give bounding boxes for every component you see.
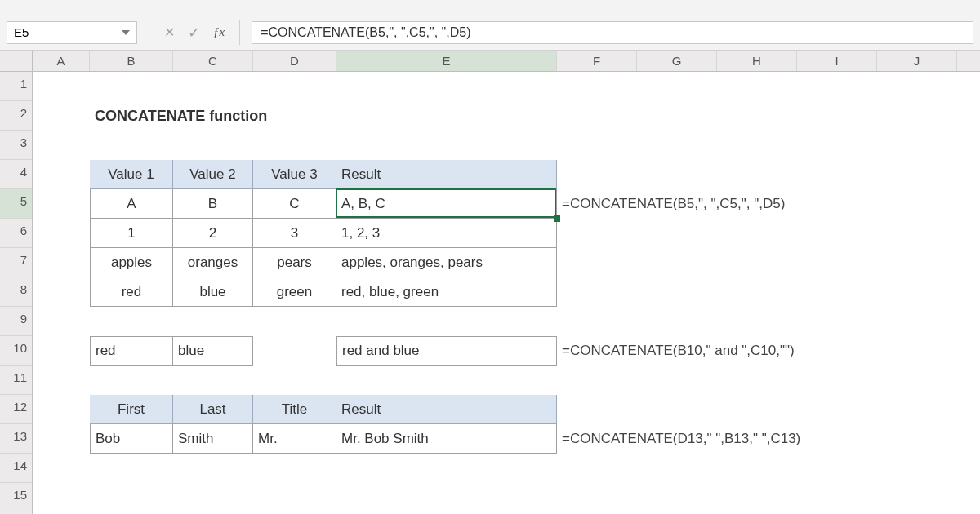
- table1-cell[interactable]: blue: [173, 277, 253, 307]
- cell-grid[interactable]: CONCATENATE functionValue 1Value 2Value …: [33, 72, 980, 514]
- formula-annotation[interactable]: =CONCATENATE(B5,", ",C5,", ",D5): [557, 189, 957, 219]
- table1-cell[interactable]: pears: [253, 248, 336, 277]
- table1-cell[interactable]: C: [253, 189, 336, 219]
- column-header-G[interactable]: G: [637, 51, 717, 71]
- row10-result[interactable]: red and blue: [336, 336, 557, 366]
- formula-annotation[interactable]: =CONCATENATE(D13," ",B13," ",C13): [557, 424, 957, 454]
- table1-cell[interactable]: A: [90, 189, 173, 219]
- table2-header[interactable]: Last: [173, 395, 253, 424]
- row-header-12[interactable]: 12: [0, 395, 32, 424]
- formula-bar: ✕ ✓ ƒx =CONCATENATE(B5,", ",C5,", ",D5): [0, 0, 980, 51]
- name-box-caret-icon[interactable]: [114, 22, 136, 43]
- table1-header[interactable]: Value 2: [173, 160, 253, 189]
- row10-cell[interactable]: red: [90, 336, 173, 366]
- formula-annotation[interactable]: =CONCATENATE(B10," and ",C10,""): [557, 336, 957, 366]
- table1-header[interactable]: Value 3: [253, 160, 336, 189]
- column-header-H[interactable]: H: [717, 51, 797, 71]
- table1-cell[interactable]: 2: [173, 219, 253, 248]
- row-header-8[interactable]: 8: [0, 277, 32, 307]
- table1-cell[interactable]: green: [253, 277, 336, 307]
- table1-header[interactable]: Result: [336, 160, 557, 189]
- table2-cell[interactable]: Bob: [90, 424, 173, 454]
- enter-icon[interactable]: ✓: [188, 24, 200, 42]
- column-header-I[interactable]: I: [797, 51, 877, 71]
- table2-result[interactable]: Mr. Bob Smith: [336, 424, 557, 454]
- row-header-7[interactable]: 7: [0, 248, 32, 277]
- column-header-D[interactable]: D: [253, 51, 336, 71]
- table2-header[interactable]: Title: [253, 395, 336, 424]
- row-header-2[interactable]: 2: [0, 101, 32, 131]
- table2-cell[interactable]: Mr.: [253, 424, 336, 454]
- formula-bar-buttons: ✕ ✓ ƒx: [161, 24, 228, 42]
- fill-handle[interactable]: [554, 215, 560, 222]
- table2-header[interactable]: First: [90, 395, 173, 424]
- row-header-3[interactable]: 3: [0, 131, 32, 160]
- formula-input[interactable]: =CONCATENATE(B5,", ",C5,", ",D5): [252, 21, 973, 44]
- worksheet[interactable]: ABCDEFGHIJ 123456789101112131415 CONCATE…: [0, 51, 980, 514]
- row-headers: 123456789101112131415: [0, 72, 33, 514]
- column-header-A[interactable]: A: [33, 51, 90, 71]
- table1-result[interactable]: A, B, C: [336, 189, 557, 219]
- name-box-input[interactable]: [7, 25, 114, 39]
- column-header-E[interactable]: E: [336, 51, 557, 71]
- row-header-4[interactable]: 4: [0, 160, 32, 189]
- row-header-9[interactable]: 9: [0, 307, 32, 336]
- column-header-B[interactable]: B: [90, 51, 173, 71]
- row-header-11[interactable]: 11: [0, 366, 32, 395]
- column-header-F[interactable]: F: [557, 51, 637, 71]
- divider: [149, 20, 149, 45]
- divider: [239, 20, 240, 45]
- row-header-1[interactable]: 1: [0, 72, 32, 101]
- table1-result[interactable]: 1, 2, 3: [336, 219, 557, 248]
- table2-header[interactable]: Result: [336, 395, 557, 424]
- table1-cell[interactable]: B: [173, 189, 253, 219]
- table2-cell[interactable]: Smith: [173, 424, 253, 454]
- column-headers: ABCDEFGHIJ: [33, 51, 980, 72]
- column-header-J[interactable]: J: [877, 51, 957, 71]
- cancel-icon[interactable]: ✕: [164, 24, 175, 40]
- page-title[interactable]: CONCATENATE function: [90, 101, 557, 131]
- table1-header[interactable]: Value 1: [90, 160, 173, 189]
- table1-cell[interactable]: apples: [90, 248, 173, 277]
- name-box[interactable]: [7, 21, 137, 44]
- row-header-5[interactable]: 5: [0, 189, 32, 219]
- row-header-15[interactable]: 15: [0, 483, 32, 512]
- table1-cell[interactable]: 3: [253, 219, 336, 248]
- table1-cell[interactable]: 1: [90, 219, 173, 248]
- row-header-14[interactable]: 14: [0, 454, 32, 483]
- row10-cell[interactable]: blue: [173, 336, 253, 366]
- row-header-6[interactable]: 6: [0, 219, 32, 248]
- table1-cell[interactable]: oranges: [173, 248, 253, 277]
- table1-result[interactable]: apples, oranges, pears: [336, 248, 557, 277]
- table1-result[interactable]: red, blue, green: [336, 277, 557, 307]
- select-all-corner[interactable]: [0, 51, 33, 72]
- fx-icon[interactable]: ƒx: [213, 25, 225, 39]
- table1-cell[interactable]: red: [90, 277, 173, 307]
- row-header-13[interactable]: 13: [0, 424, 32, 454]
- row-header-10[interactable]: 10: [0, 336, 32, 366]
- column-header-C[interactable]: C: [173, 51, 253, 71]
